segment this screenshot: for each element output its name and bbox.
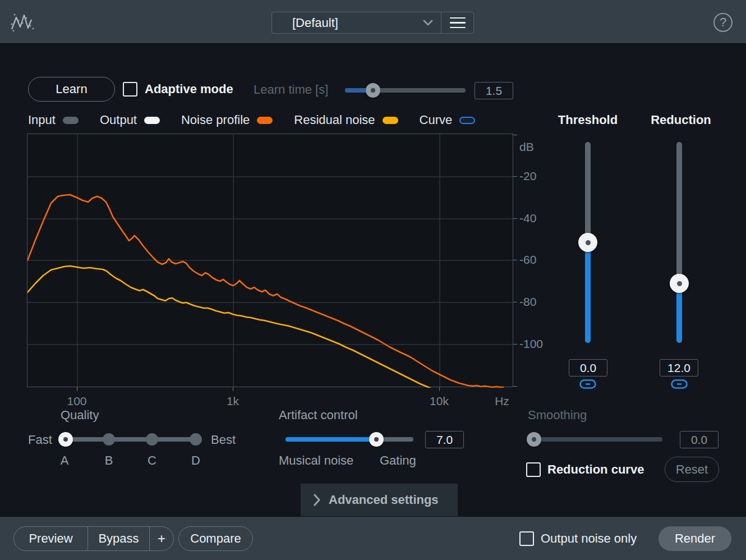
input-swatch xyxy=(63,117,79,124)
quality-left-label: Fast xyxy=(28,433,52,447)
preset-name: [Default] xyxy=(292,16,423,30)
preview-button[interactable]: Preview xyxy=(14,527,88,550)
legend-item-curve: Curve xyxy=(420,113,476,127)
y-tick xyxy=(513,176,517,177)
reset-button[interactable]: Reset xyxy=(665,457,719,482)
reduction-value[interactable]: 12.0 xyxy=(660,359,698,377)
x-tick xyxy=(233,387,233,391)
quality-tick-d[interactable]: D xyxy=(191,453,200,468)
reduction-link-icon[interactable] xyxy=(671,379,688,391)
title-bar: [Default] ? xyxy=(0,0,746,44)
learn-time-slider-knob[interactable] xyxy=(366,83,380,98)
artifact-left-label: Musical noise xyxy=(279,453,353,468)
help-glyph: ? xyxy=(720,15,726,30)
x-tick xyxy=(439,387,440,391)
quality-tick-b[interactable]: B xyxy=(105,453,113,468)
artifact-right-label: Gating xyxy=(380,453,416,468)
y-axis-label: -40 xyxy=(519,212,536,225)
x-axis-label: 1k xyxy=(227,394,239,408)
x-axis-unit: Hz xyxy=(495,394,509,408)
output-noise-only-checkbox[interactable] xyxy=(519,531,534,546)
threshold-value[interactable]: 0.0 xyxy=(569,359,607,377)
preset-controls: [Default] xyxy=(271,12,474,34)
reduction-curve-checkbox[interactable] xyxy=(526,462,541,477)
denoise-plugin-window: [Default] ? Learn Adaptive mode Learn ti… xyxy=(0,0,746,560)
preset-menu-button[interactable] xyxy=(441,12,474,34)
noise-profile-swatch xyxy=(257,117,273,124)
chevron-down-icon xyxy=(423,20,433,26)
y-tick xyxy=(513,260,517,260)
waveform-logo-icon xyxy=(10,12,35,35)
y-tick xyxy=(513,344,517,345)
y-tick xyxy=(513,302,517,302)
advanced-settings-toggle[interactable]: Advanced settings xyxy=(301,484,458,516)
quality-right-label: Best xyxy=(211,433,236,447)
legend-item-residual-noise: Residual noise xyxy=(294,113,398,127)
legend-label: Curve xyxy=(420,113,453,127)
legend-item-output: Output xyxy=(100,113,160,127)
render-button[interactable]: Render xyxy=(658,526,731,551)
reduction-curve-label: Reduction curve xyxy=(547,462,644,477)
legend-item-noise-profile: Noise profile xyxy=(181,113,273,127)
quality-tick-c[interactable]: C xyxy=(148,453,156,468)
artifact-value[interactable]: 7.0 xyxy=(425,431,464,448)
smoothing-value[interactable]: 0.0 xyxy=(680,431,719,448)
x-axis-label: 10k xyxy=(430,394,449,408)
spectrum-display[interactable] xyxy=(27,134,513,387)
reduction-fader-knob[interactable] xyxy=(670,274,689,293)
legend-label: Noise profile xyxy=(181,113,250,127)
y-tick xyxy=(513,218,517,219)
threshold-link-icon[interactable] xyxy=(579,379,596,391)
x-axis-label: 100 xyxy=(67,394,86,408)
legend-label: Output xyxy=(100,113,137,127)
bypass-button[interactable]: Bypass xyxy=(88,527,149,550)
quality-stop-d[interactable] xyxy=(190,433,202,446)
y-axis-label: -100 xyxy=(519,337,543,351)
adaptive-mode-checkbox[interactable] xyxy=(123,82,137,97)
y-tick xyxy=(513,135,517,135)
y-axis-label: -80 xyxy=(519,295,536,309)
artifact-slider-knob[interactable] xyxy=(369,432,384,447)
help-button[interactable]: ? xyxy=(713,13,733,32)
quality-tick-a[interactable]: A xyxy=(61,453,69,468)
curve-swatch xyxy=(459,117,475,124)
threshold-label: Threshold xyxy=(558,113,618,127)
smoothing-slider-knob[interactable] xyxy=(527,432,541,447)
y-axis-label: -60 xyxy=(519,253,536,267)
legend-item-input: Input xyxy=(28,113,79,127)
artifact-slider-fill xyxy=(285,437,376,442)
reduction-label: Reduction xyxy=(651,113,711,127)
residual-noise-swatch xyxy=(383,117,398,124)
spectrum-legend: Input Output Noise profile Residual nois… xyxy=(28,113,516,127)
output-noise-only-label: Output noise only xyxy=(541,531,637,546)
transport-bar: Preview Bypass + Compare Output noise on… xyxy=(0,516,746,560)
legend-label: Residual noise xyxy=(294,113,375,127)
y-axis-unit: dB xyxy=(519,140,534,154)
adaptive-mode-label: Adaptive mode xyxy=(145,82,233,97)
advanced-settings-label: Advanced settings xyxy=(329,493,439,507)
quality-stop-b[interactable] xyxy=(103,433,115,446)
learn-time-value[interactable]: 1.5 xyxy=(475,82,513,99)
quality-slider[interactable] xyxy=(66,437,196,442)
artifact-control-label: Artifact control xyxy=(279,408,358,423)
smoothing-label: Smoothing xyxy=(528,408,587,423)
preview-button-group: Preview Bypass + xyxy=(13,526,174,551)
y-axis-label: -20 xyxy=(519,169,536,183)
compare-button[interactable]: Compare xyxy=(178,526,253,551)
threshold-fader-fill xyxy=(585,242,591,343)
preset-dropdown[interactable]: [Default] xyxy=(271,12,441,34)
quality-label: Quality xyxy=(61,408,99,423)
learn-time-label: Learn time [s] xyxy=(254,82,328,97)
chevron-right-icon xyxy=(313,494,321,506)
quality-slider-knob[interactable] xyxy=(58,432,73,447)
learn-button[interactable]: Learn xyxy=(28,77,115,102)
quality-stop-c[interactable] xyxy=(146,433,158,446)
y-tick xyxy=(513,386,517,387)
add-button[interactable]: + xyxy=(149,527,173,550)
output-swatch xyxy=(144,117,160,124)
smoothing-slider[interactable] xyxy=(528,437,662,442)
x-tick xyxy=(77,387,77,391)
legend-label: Input xyxy=(28,113,56,127)
threshold-fader-knob[interactable] xyxy=(578,233,597,252)
spectrum-curves xyxy=(27,134,514,388)
